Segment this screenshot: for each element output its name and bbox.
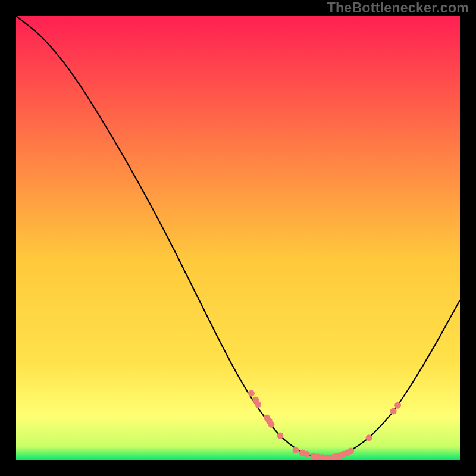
data-dot xyxy=(347,448,354,455)
data-dot xyxy=(394,402,401,409)
data-dot xyxy=(366,434,372,441)
plot-area xyxy=(16,16,460,460)
gradient-bg xyxy=(16,16,460,460)
data-dot xyxy=(268,421,274,428)
data-dot xyxy=(248,390,255,397)
watermark-text: TheBottlenecker.com xyxy=(327,0,469,16)
chart-frame: TheBottlenecker.com xyxy=(0,0,476,476)
data-dot xyxy=(303,451,310,458)
data-dot xyxy=(277,433,283,439)
chart-svg xyxy=(16,16,460,460)
data-dot xyxy=(293,447,299,453)
data-dot xyxy=(255,401,261,408)
data-dot xyxy=(390,408,397,414)
